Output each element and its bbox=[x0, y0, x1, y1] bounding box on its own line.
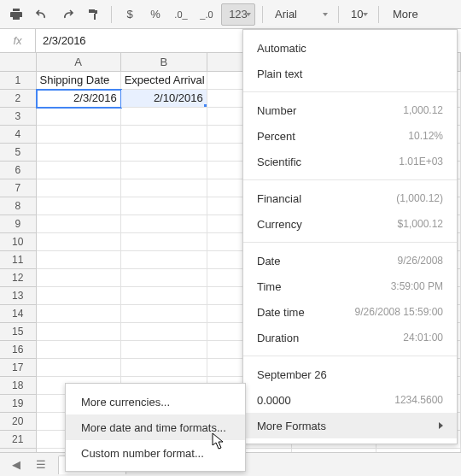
row-header[interactable]: 4 bbox=[0, 126, 37, 144]
increase-decimals-button[interactable]: _.0 bbox=[195, 3, 218, 26]
submenu-item-custom-number[interactable]: Custom number format... bbox=[66, 440, 245, 466]
row-header[interactable]: 17 bbox=[0, 359, 37, 377]
cell[interactable] bbox=[37, 144, 121, 162]
redo-icon[interactable] bbox=[56, 3, 79, 26]
format-percent-button[interactable]: % bbox=[144, 3, 166, 26]
cell[interactable] bbox=[121, 144, 207, 162]
decrease-decimals-button[interactable]: .0_ bbox=[170, 3, 192, 26]
cell[interactable] bbox=[121, 162, 207, 179]
toolbar-more-button[interactable]: More bbox=[386, 3, 425, 26]
row-header[interactable]: 6 bbox=[0, 162, 37, 179]
menu-item-automatic[interactable]: Automatic bbox=[243, 35, 457, 61]
sheet-list-icon[interactable]: ☰ bbox=[32, 458, 50, 471]
cell[interactable] bbox=[121, 305, 207, 323]
cell[interactable] bbox=[37, 162, 121, 179]
menu-item-scientific[interactable]: Scientific1.01E+03 bbox=[243, 149, 457, 174]
font-size-label: 10 bbox=[351, 8, 363, 21]
submenu-item-currencies[interactable]: More currencies... bbox=[66, 389, 245, 414]
print-icon[interactable] bbox=[5, 3, 27, 26]
cell[interactable]: 2/10/2016 bbox=[121, 90, 207, 108]
font-family-select[interactable]: Arial bbox=[270, 4, 331, 25]
row-header[interactable]: 10 bbox=[0, 233, 37, 251]
cell[interactable] bbox=[37, 215, 121, 233]
menu-item-date[interactable]: Date9/26/2008 bbox=[243, 248, 457, 273]
cell[interactable] bbox=[121, 323, 207, 341]
prev-sheet-icon[interactable]: ◀ bbox=[9, 458, 24, 471]
fill-handle[interactable] bbox=[204, 104, 207, 108]
cell[interactable] bbox=[37, 126, 121, 144]
menu-item-percent[interactable]: Percent10.12% bbox=[243, 123, 457, 149]
row-header[interactable]: 16 bbox=[0, 341, 37, 359]
menu-item-number[interactable]: Number1,000.12 bbox=[243, 97, 457, 123]
cell[interactable] bbox=[37, 179, 121, 197]
row-header[interactable]: 13 bbox=[0, 287, 37, 305]
row-header[interactable]: 12 bbox=[0, 269, 37, 287]
cell[interactable] bbox=[37, 287, 121, 305]
cell[interactable] bbox=[37, 197, 121, 215]
row-header[interactable]: 21 bbox=[0, 431, 37, 449]
row-header[interactable]: 11 bbox=[0, 251, 37, 269]
menu-item-more-formats[interactable]: More Formats bbox=[243, 413, 457, 438]
menu-separator bbox=[243, 242, 457, 243]
cell[interactable] bbox=[121, 126, 207, 144]
column-header-A[interactable]: A bbox=[37, 53, 121, 72]
cell[interactable] bbox=[37, 108, 121, 126]
cell[interactable] bbox=[37, 341, 121, 359]
cell[interactable] bbox=[121, 197, 207, 215]
row-header[interactable]: 14 bbox=[0, 305, 37, 323]
cell[interactable]: Shipping Date bbox=[37, 72, 121, 90]
menu-item-datetime[interactable]: Date time9/26/2008 15:59:00 bbox=[243, 299, 457, 325]
paint-format-icon[interactable] bbox=[82, 3, 104, 26]
cell[interactable] bbox=[37, 323, 121, 341]
column-header-B[interactable]: B bbox=[121, 53, 207, 72]
cell[interactable]: Expected Arrival Date bbox=[121, 72, 207, 90]
cell[interactable] bbox=[121, 108, 207, 126]
cell[interactable] bbox=[121, 233, 207, 251]
cell[interactable] bbox=[37, 359, 121, 377]
select-all-corner[interactable] bbox=[0, 53, 37, 72]
row-header[interactable]: 7 bbox=[0, 179, 37, 197]
cell[interactable] bbox=[121, 179, 207, 197]
row-header[interactable]: 3 bbox=[0, 108, 37, 126]
cell[interactable] bbox=[121, 287, 207, 305]
menu-item-zeros[interactable]: 0.00001234.5600 bbox=[243, 387, 457, 413]
cell[interactable] bbox=[121, 359, 207, 377]
cell[interactable]: 2/3/2016 bbox=[37, 90, 121, 108]
cell[interactable] bbox=[121, 215, 207, 233]
menu-separator bbox=[243, 179, 457, 180]
format-currency-button[interactable]: $ bbox=[119, 3, 141, 26]
cell[interactable] bbox=[37, 233, 121, 251]
cell[interactable] bbox=[121, 251, 207, 269]
menu-item-sep26[interactable]: September 26 bbox=[243, 361, 457, 387]
menu-item-currency[interactable]: Currency$1,000.12 bbox=[243, 211, 457, 237]
row-header[interactable]: 19 bbox=[0, 395, 37, 413]
row-header[interactable]: 15 bbox=[0, 323, 37, 341]
row-header[interactable]: 8 bbox=[0, 197, 37, 215]
row-header[interactable]: 2 bbox=[0, 90, 37, 108]
more-formats-button[interactable]: 123 bbox=[221, 3, 255, 26]
menu-item-time[interactable]: Time3:59:00 PM bbox=[243, 273, 457, 299]
separator bbox=[338, 6, 339, 23]
menu-item-financial[interactable]: Financial(1,000.12) bbox=[243, 185, 457, 211]
row-header[interactable]: 9 bbox=[0, 215, 37, 233]
font-size-select[interactable]: 10 bbox=[346, 4, 371, 25]
chevron-down-icon bbox=[246, 13, 251, 16]
cell[interactable] bbox=[121, 341, 207, 359]
row-header[interactable]: 1 bbox=[0, 72, 37, 90]
separator bbox=[111, 6, 112, 23]
number-format-menu: Automatic Plain text Number1,000.12 Perc… bbox=[242, 29, 458, 444]
cell[interactable] bbox=[37, 251, 121, 269]
separator bbox=[262, 6, 263, 23]
row-header[interactable]: 20 bbox=[0, 413, 37, 431]
row-header[interactable]: 5 bbox=[0, 144, 37, 162]
menu-item-duration[interactable]: Duration24:01:00 bbox=[243, 325, 457, 350]
undo-icon[interactable] bbox=[31, 3, 53, 26]
toolbar: $ % .0_ _.0 123 Arial 10 More bbox=[0, 0, 461, 29]
font-family-label: Arial bbox=[275, 8, 297, 21]
cell[interactable] bbox=[121, 269, 207, 287]
menu-item-plaintext[interactable]: Plain text bbox=[243, 61, 457, 86]
cell[interactable] bbox=[37, 269, 121, 287]
cell[interactable] bbox=[37, 305, 121, 323]
submenu-item-datetime-formats[interactable]: More date and time formats... bbox=[66, 414, 245, 440]
row-header[interactable]: 18 bbox=[0, 377, 37, 395]
